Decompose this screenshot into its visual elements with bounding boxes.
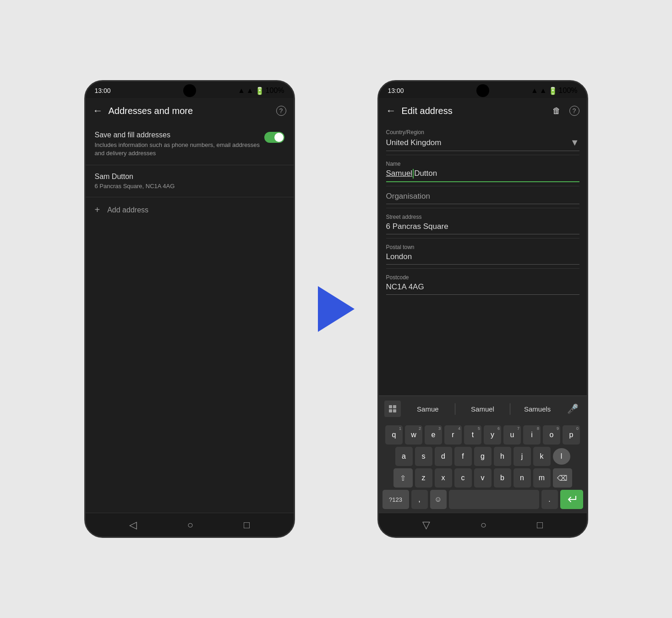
mic-icon[interactable]: 🎤 [565, 401, 581, 417]
shift-key[interactable]: ⇧ [393, 468, 413, 488]
recents-nav-1[interactable]: □ [244, 519, 250, 531]
app-header-1: ← Addresses and more ? [86, 98, 294, 124]
key-f[interactable]: f [454, 447, 472, 466]
key-x[interactable]: x [435, 468, 452, 488]
postcode-value[interactable]: NC1A 4AG [386, 282, 579, 295]
key-z[interactable]: z [415, 468, 432, 488]
help-icon-2[interactable]: ? [569, 106, 579, 116]
country-value[interactable]: United Kingdom ▼ [386, 137, 579, 151]
enter-key[interactable] [560, 490, 583, 509]
help-icon-1[interactable]: ? [276, 106, 286, 116]
key-row-2: a s d f g h j k l [381, 447, 585, 466]
suggestion-1[interactable]: Samue [401, 403, 455, 415]
keyboard-area: Samue Samuel Samuels 🎤 q1 w2 e3 r4 t5 y6… [379, 396, 587, 513]
add-address-row[interactable]: + Add address [86, 197, 294, 222]
country-field-group: Country/Region United Kingdom ▼ [379, 124, 587, 155]
svg-rect-3 [393, 409, 396, 412]
postal-town-text: London [386, 252, 412, 261]
street-text: 6 Pancras Square [386, 222, 448, 231]
suggestion-2[interactable]: Samuel [455, 403, 510, 415]
signal-icon: ▲ [246, 87, 254, 95]
back-nav-2[interactable]: ▽ [422, 519, 430, 531]
space-key[interactable] [449, 490, 539, 509]
key-h[interactable]: h [494, 447, 511, 466]
key-v[interactable]: v [474, 468, 492, 488]
postal-town-value[interactable]: London [386, 252, 579, 265]
address-name: Sam Dutton [95, 173, 284, 181]
key-t[interactable]: t5 [464, 425, 481, 445]
key-c[interactable]: c [454, 468, 472, 488]
nav-bar-2: ▽ ○ □ [379, 513, 587, 537]
status-time-2: 13:00 [388, 87, 404, 94]
dropdown-arrow-icon: ▼ [570, 137, 579, 148]
key-a[interactable]: a [395, 447, 413, 466]
key-s[interactable]: s [415, 447, 432, 466]
name-value[interactable]: SamuelDutton [386, 169, 579, 182]
key-row-1: q1 w2 e3 r4 t5 y6 u7 i8 o9 p0 [381, 425, 585, 445]
key-u[interactable]: u7 [503, 425, 521, 445]
postcode-field-group: Postcode NC1A 4AG [379, 269, 587, 298]
suggestions-list: Samue Samuel Samuels [401, 403, 565, 415]
home-nav-2[interactable]: ○ [481, 519, 486, 531]
key-k[interactable]: k [533, 447, 551, 466]
key-m[interactable]: m [533, 468, 551, 488]
screenshot-container: 13:00 ▲ ▲ 🔋 100% ← Addresses and more ? … [84, 80, 588, 538]
org-value[interactable]: Organisation [386, 192, 579, 204]
wifi-icon-2: ▲ [531, 87, 538, 95]
battery-icon: 🔋 [255, 87, 264, 95]
plus-icon: + [95, 205, 100, 215]
street-label: Street address [386, 214, 579, 220]
comma-key[interactable]: , [411, 490, 428, 509]
name-before-cursor: Samuel [386, 169, 413, 178]
emoji-key[interactable]: ☺ [430, 490, 447, 509]
battery-icon-2: 🔋 [548, 87, 557, 95]
keyboard-settings-icon[interactable] [384, 401, 401, 417]
key-d[interactable]: d [435, 447, 452, 466]
app-header-2: ← Edit address 🗑 ? [379, 98, 587, 124]
key-j[interactable]: j [514, 447, 531, 466]
svg-rect-1 [393, 405, 396, 408]
address-item[interactable]: Sam Dutton 6 Pancras Square, NC1A 4AG [86, 165, 294, 197]
org-field-group: Organisation [379, 186, 587, 208]
backspace-key[interactable]: ⌫ [553, 468, 572, 488]
country-text: United Kingdom [386, 138, 442, 147]
period-key[interactable]: . [541, 490, 558, 509]
key-n[interactable]: n [514, 468, 531, 488]
keyboard: q1 w2 e3 r4 t5 y6 u7 i8 o9 p0 a s d f [379, 422, 587, 513]
back-nav-1[interactable]: ◁ [129, 519, 137, 531]
postcode-text: NC1A 4AG [386, 282, 424, 291]
content-2: Country/Region United Kingdom ▼ Name Sam… [379, 124, 587, 396]
key-o[interactable]: o9 [543, 425, 560, 445]
key-q[interactable]: q1 [385, 425, 403, 445]
key-b[interactable]: b [494, 468, 511, 488]
setting-text: Save and fill addresses Includes informa… [95, 131, 264, 157]
key-y[interactable]: y6 [484, 425, 501, 445]
svg-rect-2 [389, 409, 392, 412]
suggestion-3[interactable]: Samuels [510, 403, 565, 415]
street-value[interactable]: 6 Pancras Square [386, 222, 579, 234]
suggestions-bar: Samue Samuel Samuels 🎤 [379, 396, 587, 422]
header-icons-1: ? [276, 106, 286, 116]
phone-2: 13:00 ▲ ▲ 🔋 100% ← Edit address 🗑 ? Coun… [377, 80, 588, 538]
num-sym-key[interactable]: ?123 [382, 490, 409, 509]
home-nav-1[interactable]: ○ [187, 519, 193, 531]
key-r[interactable]: r4 [444, 425, 462, 445]
name-field-group: Name SamuelDutton [379, 155, 587, 186]
key-p[interactable]: p0 [563, 425, 580, 445]
key-w[interactable]: w2 [405, 425, 422, 445]
back-button-2[interactable]: ← [386, 105, 396, 117]
toggle-switch[interactable] [264, 132, 284, 143]
status-icons-1: ▲ ▲ 🔋 100% [238, 87, 284, 95]
postcode-label: Postcode [386, 274, 579, 281]
back-button-1[interactable]: ← [93, 105, 103, 117]
key-e[interactable]: e3 [425, 425, 442, 445]
delete-icon[interactable]: 🗑 [551, 105, 562, 116]
phone-1: 13:00 ▲ ▲ 🔋 100% ← Addresses and more ? … [84, 80, 295, 538]
key-l[interactable]: l [553, 448, 570, 465]
key-i[interactable]: i8 [523, 425, 541, 445]
country-label: Country/Region [386, 129, 579, 136]
recents-nav-2[interactable]: □ [537, 519, 543, 531]
camera-notch-2 [476, 84, 489, 97]
key-g[interactable]: g [474, 447, 492, 466]
svg-rect-0 [389, 405, 392, 408]
